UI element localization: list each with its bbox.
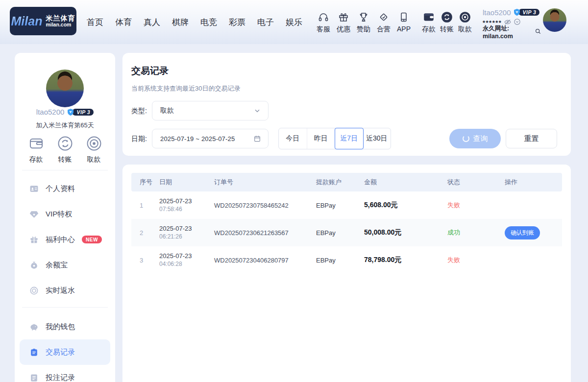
confirm-receipt-button[interactable]: 确认到账 xyxy=(505,226,540,239)
row-action: 确认到账 xyxy=(505,226,562,239)
sidebar-divider xyxy=(22,307,108,308)
sidebar-item-welfare[interactable]: 福利中心 NEW xyxy=(15,227,115,252)
nav-item-sports[interactable]: 体育 xyxy=(112,14,135,31)
row-datetime: 2025-07-23 04:06:28 xyxy=(159,252,214,268)
partner-button[interactable]: 合营 xyxy=(377,10,391,34)
sidebar-vip-level-label: VIP 3 xyxy=(72,109,94,116)
date-label: 日期: xyxy=(131,129,147,148)
wallet-icon xyxy=(28,135,45,152)
row-date: 2025-07-23 xyxy=(159,252,214,261)
vip-badge: VIP 3 xyxy=(513,8,540,16)
col-header-order: 订单号 xyxy=(214,178,316,187)
sidebar-item-label: 交易记录 xyxy=(46,348,75,357)
chevron-down-icon xyxy=(253,107,261,115)
withdraw-button[interactable]: 取款 xyxy=(458,10,472,34)
range-30days-button[interactable]: 近30日 xyxy=(363,128,391,149)
logo-domain-text: milan.com xyxy=(46,22,75,28)
nav-item-home[interactable]: 首页 xyxy=(83,14,107,31)
sidebar-item-label: 投注记录 xyxy=(46,373,75,382)
nav-item-slots[interactable]: 电子 xyxy=(254,14,277,31)
sponsor-button[interactable]: 赞助 xyxy=(357,10,370,34)
top-bar: Milan 米兰体育 milan.com 首页 体育 真人 棋牌 电竞 彩票 电… xyxy=(0,0,588,44)
col-header-action: 操作 xyxy=(505,178,562,187)
sidebar-item-rebate[interactable]: 实时返水 xyxy=(15,278,115,303)
withdraw-label: 取款 xyxy=(458,25,472,34)
sidebar-deposit-label: 存款 xyxy=(29,155,43,164)
vip-level-label: VIP 3 xyxy=(518,9,540,16)
logo-script-text: Milan xyxy=(11,14,43,28)
sidebar-deposit-button[interactable]: 存款 xyxy=(28,135,45,164)
sidebar-vip-badge: VIP 3 xyxy=(67,108,94,116)
transfer-label: 转账 xyxy=(440,25,454,34)
row-time: 06:21:26 xyxy=(159,233,214,241)
range-today-button[interactable]: 今日 xyxy=(279,128,307,149)
row-date: 2025-07-23 xyxy=(159,224,214,233)
sidebar-item-profile[interactable]: 个人资料 xyxy=(15,176,115,201)
header-wallet-links: 存款 转账 取款 xyxy=(422,10,472,34)
row-order-no: WD202507230758465242 xyxy=(214,202,316,209)
search-button[interactable]: 查询 xyxy=(449,129,501,148)
new-badge: NEW xyxy=(82,236,102,243)
calendar-icon xyxy=(253,135,261,143)
sidebar-item-transactions[interactable]: 交易记录 xyxy=(20,339,110,365)
sidebar-item-label: 我的钱包 xyxy=(46,322,75,332)
nav-item-esports[interactable]: 电竞 xyxy=(197,14,220,31)
table-header-row: 序号 日期 订单号 提款账户 金额 状态 操作 xyxy=(131,173,562,191)
col-header-date: 日期 xyxy=(159,178,214,187)
join-days-text: 加入米兰体育第65天 xyxy=(15,121,115,130)
nav-item-lottery[interactable]: 彩票 xyxy=(225,14,249,31)
brand-logo[interactable]: Milan 米兰体育 milan.com xyxy=(10,7,76,35)
page-title: 交易记录 xyxy=(131,65,169,77)
row-datetime: 2025-07-23 06:21:26 xyxy=(159,224,214,241)
promo-button[interactable]: 优惠 xyxy=(337,10,350,34)
row-amount: 5,608.00元 xyxy=(364,201,447,210)
magnifier-icon[interactable] xyxy=(535,28,541,36)
transaction-record-icon xyxy=(29,348,39,357)
reset-button[interactable]: 重置 xyxy=(506,129,557,148)
sidebar-item-wallet[interactable]: 我的钱包 xyxy=(15,314,115,339)
vip-shield-icon xyxy=(513,8,521,16)
row-account: EBPay xyxy=(316,202,364,209)
app-button[interactable]: APP xyxy=(397,10,411,34)
partner-icon xyxy=(377,10,391,24)
range-7days-button[interactable]: 近7日 xyxy=(335,128,364,149)
gift-icon xyxy=(29,235,39,244)
nav-item-chess[interactable]: 棋牌 xyxy=(169,14,192,31)
sidebar-withdraw-label: 取款 xyxy=(87,155,101,164)
row-date: 2025-07-23 xyxy=(159,197,214,206)
sidebar-transfer-button[interactable]: 转账 xyxy=(57,135,74,164)
withdraw-icon xyxy=(86,135,102,152)
row-index: 3 xyxy=(131,257,159,264)
wallet-icon xyxy=(422,10,436,24)
header-avatar[interactable] xyxy=(543,8,566,32)
nav-item-live[interactable]: 真人 xyxy=(140,14,164,31)
user-block: ltao5200 VIP 3 ****** 永久网址: milan.com xyxy=(483,7,541,37)
deposit-button[interactable]: 存款 xyxy=(422,10,436,34)
row-order-no: WD202507230406280797 xyxy=(214,257,316,264)
sidebar-menu: 个人资料 VIP特权 福利中心 NEW 余额宝 实时返水 xyxy=(15,176,115,303)
sidebar-item-label: 实时返水 xyxy=(46,286,75,295)
sidebar-item-label: VIP特权 xyxy=(46,210,72,219)
phone-icon xyxy=(397,10,411,24)
partner-label: 合营 xyxy=(377,25,391,34)
withdraw-icon xyxy=(459,10,472,24)
sidebar-item-yuebao[interactable]: 余额宝 xyxy=(15,252,115,278)
date-range-input[interactable]: 2025-07-19 ~ 2025-07-25 xyxy=(152,129,269,148)
type-select-value: 取款 xyxy=(152,106,253,115)
header-username[interactable]: ltao5200 xyxy=(483,8,511,17)
sidebar-item-label: 个人资料 xyxy=(46,184,75,193)
transactions-table: 序号 日期 订单号 提款账户 金额 状态 操作 1 2025-07-23 07:… xyxy=(131,173,562,274)
sidebar-item-bets[interactable]: 投注记录 xyxy=(15,365,115,382)
range-yesterday-button[interactable]: 昨日 xyxy=(307,128,336,149)
row-amount: 78,798.00元 xyxy=(364,256,447,264)
app-label: APP xyxy=(397,25,411,33)
nav-item-entertainment[interactable]: 娱乐 xyxy=(282,14,306,31)
transfer-button[interactable]: 转账 xyxy=(440,10,454,34)
sidebar-item-vip[interactable]: VIP特权 xyxy=(15,201,115,227)
sidebar-withdraw-button[interactable]: 取款 xyxy=(86,135,102,164)
service-button[interactable]: 客服 xyxy=(317,10,330,34)
sidebar-transfer-label: 转账 xyxy=(58,155,72,164)
vip-shield-icon xyxy=(67,108,74,116)
type-select[interactable]: 取款 xyxy=(152,101,269,120)
promo-label: 优惠 xyxy=(337,25,350,34)
